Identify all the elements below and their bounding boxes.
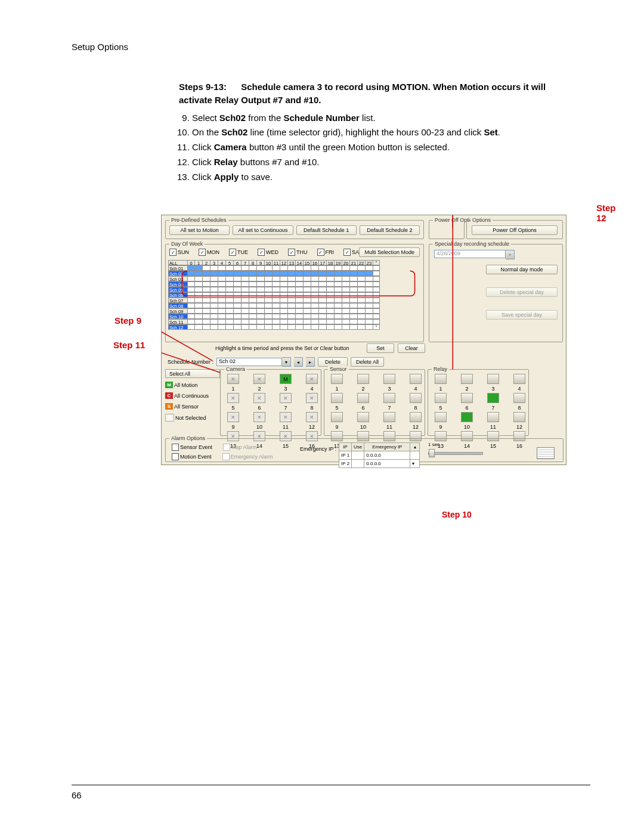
sensor-label: 6	[361, 405, 364, 411]
set-button[interactable]: Set	[367, 343, 394, 353]
relay-label: 7	[491, 405, 494, 411]
sensor-5-button[interactable]	[331, 393, 343, 403]
sensor-label: 11	[386, 424, 392, 430]
clear-button[interactable]: Clear	[398, 343, 425, 353]
screenshot-panel: Pre-Defined Schedules All set to Motion …	[161, 215, 566, 465]
all-motion-button[interactable]: All set to Motion	[169, 225, 230, 235]
sensor-3-button[interactable]	[383, 374, 395, 384]
relay-label: 8	[518, 405, 521, 411]
sensor-12-button[interactable]	[410, 412, 422, 422]
relay-label: 2	[465, 386, 468, 392]
all-motion-toggle[interactable]: MAll Motion	[165, 382, 220, 388]
next-button[interactable]: ▸	[306, 357, 315, 367]
relay-5-button[interactable]	[435, 393, 447, 403]
day-tue[interactable]: ✓TUE	[229, 249, 248, 256]
duration-slider[interactable]	[428, 452, 483, 455]
camera-6-button[interactable]: ✕	[253, 393, 265, 403]
duration-label: 1 sec.	[428, 442, 441, 447]
relay-7-button[interactable]	[487, 393, 499, 403]
sensor-8-button[interactable]	[410, 393, 422, 403]
keyboard-icon[interactable]	[537, 447, 555, 459]
relay-4-button[interactable]	[513, 374, 525, 384]
camera-12-button[interactable]: ✕	[306, 412, 318, 422]
step-list: Select Sch02 from the Schedule Number li…	[179, 112, 561, 184]
all-continuous-toggle[interactable]: CAll Continuous	[165, 392, 220, 399]
select-all-button[interactable]: Select All	[165, 369, 220, 378]
default-sched1-button[interactable]: Default Schedule 1	[296, 225, 357, 235]
sensor-4-button[interactable]	[410, 374, 422, 384]
all-sensor-toggle[interactable]: SAll Sensor	[165, 403, 220, 410]
all-continuous-button[interactable]: All set to Continuous	[233, 225, 293, 235]
sensor-7-button[interactable]	[383, 393, 395, 403]
sensor-legend: Sensor	[328, 366, 349, 372]
sensor-label: 12	[413, 424, 419, 430]
day-wed[interactable]: ✓WED	[258, 249, 278, 256]
relay-label: 12	[516, 424, 522, 430]
relay-11-button[interactable]	[487, 412, 499, 422]
grid-help-text: Highlight a time period and press the Se…	[215, 345, 349, 351]
section-heading: Setup Options	[72, 42, 590, 52]
sensor-2-button[interactable]	[357, 374, 369, 384]
schedule-grid[interactable]: ALL0123456789101112131415161718192021222…	[168, 260, 421, 330]
not-selected-toggle[interactable]: ✕Not Selected	[165, 414, 220, 422]
day-thu[interactable]: ✓THU	[288, 249, 308, 256]
step-12: Click Relay buttons #7 and #10.	[192, 156, 561, 169]
camera-7-button[interactable]: ✕	[280, 393, 292, 403]
relay-3-button[interactable]	[487, 374, 499, 384]
sensor-label: 2	[361, 386, 364, 392]
page-number: 66	[72, 790, 82, 800]
callout-step12-label: Step 12	[596, 203, 616, 223]
relay-label: 5	[439, 405, 442, 411]
delete-all-button[interactable]: Delete All	[351, 357, 384, 367]
special-date-input: 4/28/2009	[434, 250, 506, 258]
relay-6-button[interactable]	[461, 393, 473, 403]
camera-1-button[interactable]: ✕	[227, 374, 239, 384]
power-off-options-button[interactable]: Power Off Options	[472, 225, 558, 235]
day-fri[interactable]: ✓FRI	[317, 249, 335, 256]
camera-4-button[interactable]: ✕	[306, 374, 318, 384]
day-mon[interactable]: ✓MON	[199, 249, 219, 256]
camera-label: 8	[310, 405, 313, 411]
relay-8-button[interactable]	[513, 393, 525, 403]
camera-10-button[interactable]: ✕	[253, 412, 265, 422]
sensor-6-button[interactable]	[357, 393, 369, 403]
normal-day-mode-button[interactable]: Normal day mode	[486, 265, 558, 274]
relay-label: 3	[491, 386, 494, 392]
sensor-event-check[interactable]: Sensor Event	[172, 444, 212, 451]
camera-label: 12	[309, 424, 315, 430]
delete-special-day-button: Delete special day	[486, 287, 558, 297]
special-date-dropdown-icon: ▾	[506, 250, 515, 259]
camera-label: 3	[284, 386, 287, 392]
camera-11-button[interactable]: ✕	[280, 412, 292, 422]
sensor-1-button[interactable]	[331, 374, 343, 384]
camera-3-button[interactable]: M	[280, 374, 292, 384]
relay-12-button[interactable]	[513, 412, 525, 422]
camera-label: 1	[231, 386, 234, 392]
chevron-down-icon[interactable]: ▾	[282, 357, 291, 367]
camera-9-button[interactable]: ✕	[227, 412, 239, 422]
relay-10-button[interactable]	[461, 412, 473, 422]
default-sched2-button[interactable]: Default Schedule 2	[360, 225, 420, 235]
relay-9-button[interactable]	[435, 412, 447, 422]
sensor-label: 4	[414, 386, 417, 392]
multi-selection-mode-button[interactable]: Multi Selection Mode	[359, 247, 420, 257]
sensor-9-button[interactable]	[331, 412, 343, 422]
camera-2-button[interactable]: ✕	[253, 374, 265, 384]
delete-button[interactable]: Delete	[318, 357, 348, 367]
instructions-block: Steps 9-13: Schedule camera 3 to record …	[179, 80, 561, 183]
sensor-11-button[interactable]	[383, 412, 395, 422]
step-13: Click Apply to save.	[192, 171, 561, 184]
day-sun[interactable]: ✓SUN	[169, 249, 189, 256]
step-11: Click Camera button #3 until the green M…	[192, 141, 561, 154]
prev-button[interactable]: ◂	[294, 357, 303, 367]
relay-1-button[interactable]	[435, 374, 447, 384]
sensor-10-button[interactable]	[357, 412, 369, 422]
schedule-number-combo[interactable]: Sch 02 ▾	[216, 357, 291, 367]
sensor-label: 7	[388, 405, 391, 411]
motion-event-check[interactable]: Motion Event	[172, 453, 212, 460]
emergency-ip-table[interactable]: IPUseEmergency IP▴ IP 10.0.0.0 IP 20.0.0…	[339, 442, 420, 468]
camera-5-button[interactable]: ✕	[227, 393, 239, 403]
relay-2-button[interactable]	[461, 374, 473, 384]
camera-8-button[interactable]: ✕	[306, 393, 318, 403]
relay-label: 9	[439, 424, 442, 430]
